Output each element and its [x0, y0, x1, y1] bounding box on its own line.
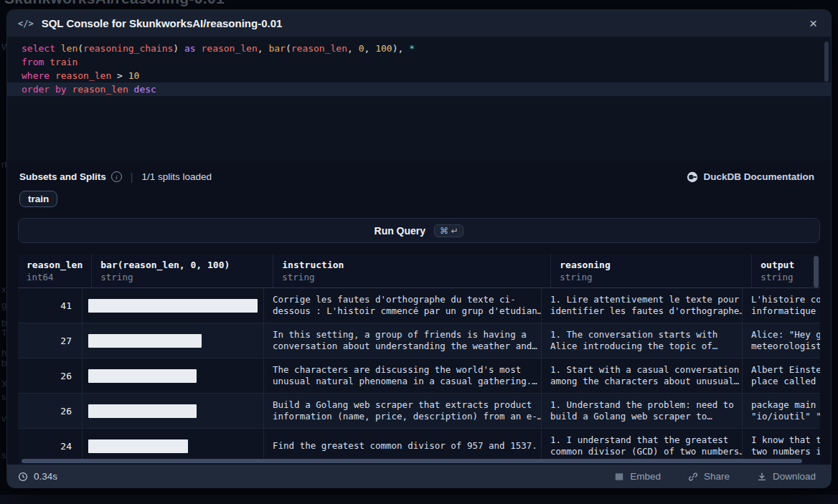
- column-name: instruction: [282, 260, 542, 270]
- share-link-icon: [688, 472, 698, 482]
- sql-token: bar: [268, 43, 285, 54]
- sql-token: 10: [128, 70, 140, 81]
- sql-token: ,: [258, 43, 269, 54]
- sql-token: order: [22, 84, 50, 95]
- sql-code-line[interactable]: where reason_len > 10: [7, 69, 831, 82]
- run-query-button[interactable]: Run Query ⌘ ↵: [18, 218, 820, 243]
- bar-visualization: [88, 369, 197, 383]
- cell-reason-len: 41: [18, 288, 83, 323]
- embed-button[interactable]: Embed: [610, 470, 665, 482]
- sql-token: reason_len: [201, 43, 257, 54]
- info-icon[interactable]: i: [111, 171, 122, 182]
- cell-instruction: The characters are discussing the world'…: [264, 358, 542, 393]
- column-name: output: [761, 260, 811, 270]
- table-row[interactable]: 27In this setting, a group of friends is…: [18, 323, 820, 358]
- sql-token: [50, 70, 55, 81]
- page-backdrop: SkunkworksAI/reasoning-0.01 WrksxegboThh…: [0, 0, 838, 504]
- splits-loaded-status: 1/1 splits loaded: [141, 171, 212, 182]
- result-footer: 0.34s Embed Share: [7, 465, 831, 488]
- table-row[interactable]: 26The characters are discussing the worl…: [18, 358, 820, 394]
- sql-token: (: [286, 43, 291, 54]
- background-text-fragment: s: [1, 450, 6, 460]
- share-button[interactable]: Share: [684, 470, 734, 482]
- cell-bar: [83, 358, 264, 393]
- sql-token: by: [55, 84, 67, 95]
- table-row[interactable]: 26Build a Golang web scraper that extrac…: [18, 394, 820, 429]
- close-icon[interactable]: ×: [806, 15, 820, 32]
- download-button[interactable]: Download: [753, 470, 820, 482]
- sql-code-line[interactable]: from train: [7, 55, 831, 69]
- sql-console-modal: </> SQL Console for SkunkworksAI/reasoni…: [7, 10, 831, 486]
- duckdb-icon: [687, 171, 698, 183]
- split-chips: train: [7, 184, 831, 207]
- bar-visualization: [88, 299, 258, 313]
- sql-token: ,: [364, 43, 376, 54]
- cell-bar: [83, 323, 264, 358]
- cell-instruction: Corrige les fautes d'orthographe du text…: [264, 288, 542, 323]
- keyboard-shortcut-badge: ⌘ ↵: [434, 224, 463, 237]
- sql-token: reason_len: [72, 84, 128, 95]
- sql-token: train: [50, 57, 77, 67]
- query-duration: 0.34s: [18, 471, 57, 482]
- bar-visualization: [88, 334, 202, 348]
- table-header-row: reason_lenint64bar(reason_len, 0, 100)st…: [18, 255, 820, 288]
- sql-code-line[interactable]: select len(reasoning_chains) as reason_l…: [7, 42, 831, 55]
- sql-token: len: [61, 43, 77, 54]
- table-horizontal-scrollbar-thumb[interactable]: [22, 459, 802, 463]
- meta-divider: |: [131, 171, 133, 183]
- column-type: string: [100, 272, 264, 282]
- cell-output: L'histoire co informatique: [743, 288, 820, 323]
- sql-token: 0: [359, 43, 364, 54]
- table-body: 41Corrige les fautes d'orthographe du te…: [18, 288, 820, 464]
- footer-actions: Embed Share Download: [610, 470, 820, 482]
- column-header-reason-len: reason_lenint64: [18, 255, 92, 287]
- cell-reasoning: 1. The conversation starts with Alice in…: [542, 323, 743, 358]
- table-horizontal-scrollbar[interactable]: [18, 458, 820, 465]
- column-type: string: [761, 272, 811, 282]
- cell-reason-len: 26: [18, 358, 83, 393]
- cell-output: Albert Einste place called: [743, 358, 820, 393]
- background-bottom-strip: [0, 495, 838, 504]
- cell-instruction: Build a Golang web scraper that extracts…: [264, 394, 542, 428]
- editor-vertical-scrollbar[interactable]: [824, 42, 829, 82]
- sql-token: from: [22, 57, 44, 67]
- background-page-title: SkunkworksAI/reasoning-0.01: [4, 0, 225, 7]
- modal-header: </> SQL Console for SkunkworksAI/reasoni…: [7, 10, 831, 37]
- embed-icon: [614, 472, 624, 482]
- code-icon: </>: [18, 19, 34, 29]
- sql-editor[interactable]: select len(reasoning_chains) as reason_l…: [7, 37, 831, 161]
- sql-token: *: [409, 43, 415, 54]
- duckdb-documentation-link[interactable]: DuckDB Documentation: [682, 171, 819, 184]
- column-type: string: [282, 272, 542, 282]
- sql-token: [128, 84, 134, 95]
- results-table: reason_lenint64bar(reason_len, 0, 100)st…: [18, 255, 820, 465]
- subsets-meta-row: Subsets and Splits i | 1/1 splits loaded…: [7, 161, 831, 184]
- sql-code-line[interactable]: order by reason_len desc: [7, 82, 831, 96]
- bar-visualization: [88, 404, 197, 418]
- sql-token: select: [22, 43, 55, 54]
- column-name: reasoning: [560, 260, 743, 270]
- clock-icon: [18, 472, 28, 482]
- sql-token: ,: [347, 43, 359, 54]
- column-name: reason_len: [27, 260, 83, 270]
- column-type: int64: [27, 272, 83, 282]
- table-row[interactable]: 41Corrige les fautes d'orthographe du te…: [18, 288, 820, 323]
- cell-reason-len: 26: [18, 394, 83, 428]
- share-label: Share: [704, 471, 730, 482]
- split-chip-train[interactable]: train: [19, 191, 57, 207]
- sql-token: reason_len: [291, 43, 347, 54]
- sql-token: [44, 57, 50, 67]
- column-header-output: outputstring: [752, 255, 820, 287]
- sql-token: desc: [134, 84, 156, 95]
- sql-token: as: [184, 43, 196, 54]
- background-text-fragment: v: [1, 413, 6, 424]
- column-header-instruction: instructionstring: [273, 255, 551, 287]
- sql-token: ): [173, 43, 184, 54]
- run-query-label: Run Query: [375, 225, 426, 237]
- sql-token: reasoning_chains: [83, 43, 173, 54]
- table-vertical-scrollbar[interactable]: [814, 256, 819, 287]
- cell-output: Alice: "Hey g meteorologist: [743, 323, 820, 358]
- embed-label: Embed: [630, 471, 661, 482]
- sql-code: select len(reasoning_chains) as reason_l…: [7, 42, 831, 96]
- sql-token: reason_len: [55, 70, 111, 81]
